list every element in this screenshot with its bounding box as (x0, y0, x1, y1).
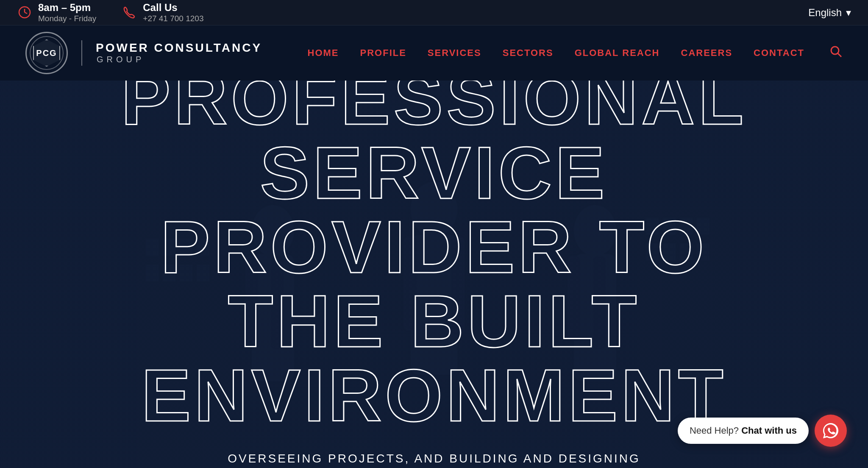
logo-circle-inner: PCG (30, 36, 64, 70)
nav-contact[interactable]: CONTACT (754, 47, 804, 58)
logo-group: GROUP (97, 55, 262, 64)
call-number: +27 41 700 1203 (143, 14, 203, 23)
hero-subtitle-line1: OVERSEEING PROJECTS, AND BUILDING AND DE… (228, 452, 640, 465)
hero-subtitle: OVERSEEING PROJECTS, AND BUILDING AND DE… (86, 449, 782, 468)
svg-line-4 (837, 53, 841, 57)
chat-help-text: Need Help? (690, 425, 739, 436)
hours-item: 8am – 5pm Monday - Friday (17, 2, 96, 23)
nav-home[interactable]: HOME (308, 47, 339, 58)
svg-line-2 (25, 12, 27, 14)
logo-name: POWER CONSULTANCY GROUP (96, 42, 262, 64)
hero-title-line2: PROVIDER TO THE BUILT (161, 206, 708, 362)
nav-links: HOME PROFILE SERVICES SECTORS GLOBAL REA… (308, 45, 843, 61)
logo-divider (81, 40, 82, 66)
search-icon[interactable] (830, 45, 843, 61)
nav-careers[interactable]: CAREERS (681, 47, 733, 58)
nav-services[interactable]: SERVICES (428, 47, 481, 58)
chat-bubble: Need Help? Chat with us (678, 418, 809, 444)
logo-circle: PCG (25, 32, 68, 74)
logo-company: POWER CONSULTANCY (96, 42, 262, 55)
whatsapp-chat-button[interactable] (815, 415, 847, 447)
hero-section: PROFESSIONAL SERVICE PROVIDER TO THE BUI… (0, 81, 868, 468)
navbar: PCG POWER CONSULTANCY GROUP HOME PROFILE… (0, 25, 868, 81)
phone-icon (122, 5, 137, 20)
clock-icon (17, 5, 32, 20)
chat-label: Chat with us (741, 425, 797, 436)
hero-title-line1: PROFESSIONAL SERVICE (121, 81, 747, 214)
hours-sub: Monday - Friday (38, 14, 96, 23)
nav-sectors[interactable]: SECTORS (503, 47, 554, 58)
hero-title-line3: ENVIRONMENT (141, 354, 726, 437)
hours-label: 8am – 5pm (38, 2, 96, 14)
hero-title: PROFESSIONAL SERVICE PROVIDER TO THE BUI… (86, 81, 782, 432)
language-label: English (808, 7, 842, 19)
chevron-down-icon: ▾ (846, 7, 851, 19)
hero-content: PROFESSIONAL SERVICE PROVIDER TO THE BUI… (53, 81, 815, 468)
phone-item: Call Us +27 41 700 1203 (122, 2, 203, 23)
top-bar: 8am – 5pm Monday - Friday Call Us +27 41… (0, 0, 868, 25)
logo-hex: PCG (33, 39, 60, 67)
logo-acronym: PCG (36, 48, 57, 58)
language-selector[interactable]: English ▾ (808, 7, 851, 19)
top-bar-left: 8am – 5pm Monday - Friday Call Us +27 41… (17, 2, 203, 23)
call-label: Call Us (143, 2, 203, 14)
logo-area[interactable]: PCG POWER CONSULTANCY GROUP (25, 32, 262, 74)
chat-widget: Need Help? Chat with us (678, 415, 847, 447)
nav-global-reach[interactable]: GLOBAL REACH (575, 47, 660, 58)
nav-profile[interactable]: PROFILE (360, 47, 406, 58)
